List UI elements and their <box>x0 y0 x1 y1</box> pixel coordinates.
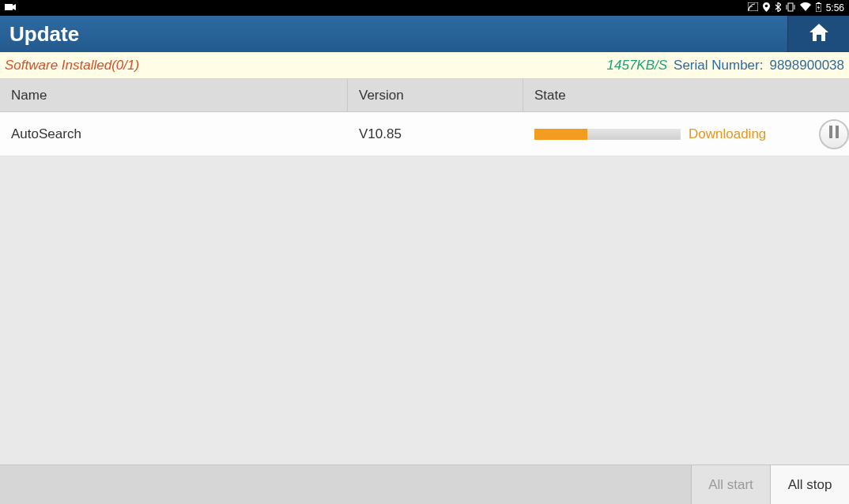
info-bar: Software Installed(0/1) 1457KB/S Serial … <box>0 52 849 79</box>
wifi-icon <box>800 2 811 13</box>
row-state-text: Downloading <box>689 126 766 142</box>
cast-icon <box>748 2 758 13</box>
all-stop-button[interactable]: All stop <box>770 465 849 504</box>
table-header: Name Version State <box>0 79 849 112</box>
bottom-bar: All start All stop <box>0 465 849 504</box>
serial-label: Serial Number: <box>674 58 763 73</box>
android-status-bar: 5:56 <box>0 0 849 16</box>
svg-rect-8 <box>817 2 820 4</box>
col-header-version: Version <box>348 79 523 111</box>
status-time: 5:56 <box>826 2 844 13</box>
svg-rect-4 <box>788 3 793 11</box>
svg-marker-9 <box>817 5 820 10</box>
svg-point-3 <box>764 4 768 7</box>
svg-rect-0 <box>5 4 13 10</box>
home-icon <box>808 22 830 46</box>
vibrate-icon <box>786 2 795 14</box>
svg-marker-1 <box>13 4 16 10</box>
row-version: V10.85 <box>348 112 523 156</box>
row-state-cell: Downloading <box>523 112 849 156</box>
svg-rect-10 <box>829 126 832 138</box>
battery-icon <box>816 2 821 14</box>
install-status: Software Installed(0/1) <box>5 58 139 73</box>
bluetooth-icon <box>775 2 781 14</box>
progress-bar <box>534 129 681 140</box>
row-name: AutoSearch <box>0 112 348 156</box>
progress-fill <box>534 129 587 140</box>
location-icon <box>763 2 770 14</box>
col-header-name: Name <box>0 79 348 111</box>
camera-icon <box>5 2 16 13</box>
col-header-state: State <box>523 79 849 111</box>
empty-area <box>0 156 849 465</box>
table-row: AutoSearch V10.85 Downloading <box>0 112 849 156</box>
pause-icon <box>828 126 840 142</box>
all-start-button[interactable]: All start <box>691 465 770 504</box>
page-title: Update <box>9 22 79 47</box>
app-bar: Update <box>0 16 849 52</box>
svg-rect-11 <box>836 126 839 138</box>
download-speed: 1457KB/S <box>607 58 668 73</box>
serial-value: 9898900038 <box>769 58 844 73</box>
home-button[interactable] <box>787 16 849 52</box>
pause-button[interactable] <box>819 119 849 149</box>
